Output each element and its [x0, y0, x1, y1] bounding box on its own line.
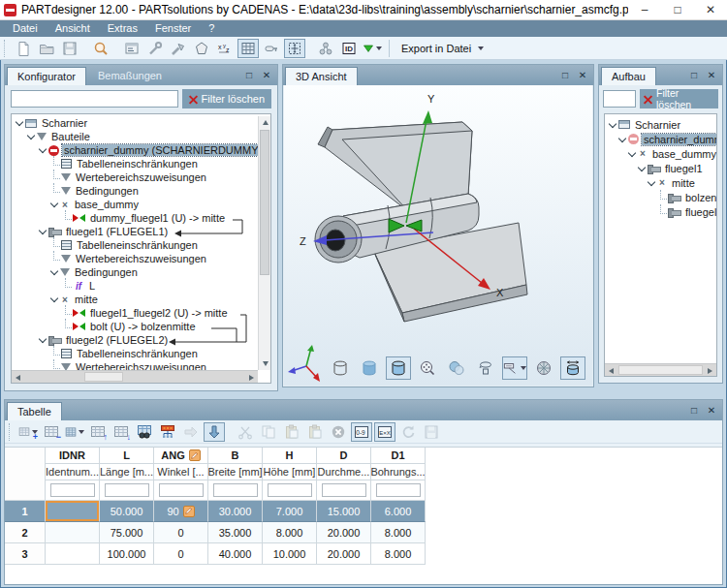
cell-r1-b[interactable]: 30.000: [208, 501, 263, 522]
cell-r2-idnr[interactable]: [46, 522, 100, 543]
tab-tabelle[interactable]: Tabelle: [7, 402, 62, 420]
scrollbar-thumb[interactable]: [618, 365, 703, 375]
panel-close-icon[interactable]: ✕: [704, 68, 719, 83]
menu-datei[interactable]: Datei: [4, 20, 47, 37]
tab-3d-ansicht[interactable]: 3D Ansicht: [285, 67, 358, 85]
variant-dropdown-icon[interactable]: [362, 39, 383, 58]
scroll-down-icon[interactable]: [259, 357, 271, 370]
tree-item-mitte[interactable]: ×mitte: [12, 293, 258, 306]
pencil-edit-icon[interactable]: [183, 506, 195, 517]
vertical-scrollbar[interactable]: [258, 116, 270, 370]
tree-item-bolt-u-bolzenmitte[interactable]: bolt (U) -> bolzenmitte: [12, 320, 258, 333]
search-icon[interactable]: [90, 39, 111, 58]
tree-item-tabelleneinschr-nkungen[interactable]: Tabelleneinschränkungen: [12, 347, 258, 360]
export-in-datei-button[interactable]: Export in Datei: [395, 41, 490, 56]
search-in-table-icon[interactable]: [134, 422, 155, 442]
row-header-2[interactable]: 2: [5, 522, 46, 543]
cell-r2-d[interactable]: 20.000: [317, 522, 371, 543]
wrench-icon[interactable]: [144, 39, 166, 58]
menu-[interactable]: ?: [200, 20, 223, 37]
maximize-button[interactable]: □: [661, 0, 694, 19]
remove-row-icon[interactable]: −: [41, 422, 62, 442]
caret-down-icon[interactable]: [617, 135, 627, 144]
expression-format-icon[interactable]: [374, 422, 395, 442]
save-icon[interactable]: [59, 39, 80, 58]
cell-r3-d[interactable]: 20.000: [317, 543, 371, 565]
tree-item-scharnier-dummy-scharnierdummy[interactable]: scharnier_dummy (SCHARNIERDUMMY): [12, 143, 258, 157]
menu-extras[interactable]: Extras: [99, 20, 146, 37]
filter-input-idnr[interactable]: [50, 483, 95, 497]
panel-maximize-icon[interactable]: □: [557, 68, 573, 83]
col-header-b[interactable]: B: [208, 448, 263, 464]
tree-item-fluegel2-fluegel2[interactable]: fluegel2 (FLUEGEL2): [12, 333, 258, 347]
tree-item-fluegel1-fluegel1[interactable]: fluegel1 (FLUEGEL1): [12, 225, 258, 238]
cell-r1-ang[interactable]: 90: [154, 501, 208, 522]
caret-down-icon[interactable]: [627, 149, 637, 159]
value-range-table-icon[interactable]: [157, 422, 178, 442]
col-header-d1[interactable]: D1: [371, 448, 426, 464]
panel-close-icon[interactable]: ✕: [259, 68, 274, 83]
filter-input-d1[interactable]: [376, 483, 421, 497]
row-header-1[interactable]: 1: [5, 501, 46, 522]
cell-r1-d1[interactable]: 6.000: [371, 501, 426, 522]
close-button[interactable]: ✕: [694, 0, 727, 19]
caret-down-icon[interactable]: [38, 227, 47, 236]
scroll-left-icon[interactable]: [12, 371, 24, 384]
col-header-idnr[interactable]: IDNR: [46, 448, 100, 464]
cell-r2-d1[interactable]: 8.000: [371, 522, 426, 543]
tree-item-base-dummy[interactable]: ×base_dummy: [605, 146, 716, 161]
tree-item-wertebereichszuweisungen[interactable]: Wertebereichszuweisungen: [12, 252, 258, 265]
horizontal-scrollbar[interactable]: [605, 363, 716, 376]
filter-input-l[interactable]: [105, 483, 149, 497]
new-file-icon[interactable]: [13, 39, 34, 58]
caret-down-icon[interactable]: [15, 118, 24, 128]
transparency-icon[interactable]: [444, 356, 469, 380]
panel-maximize-icon[interactable]: □: [686, 68, 702, 83]
tree-item-bedingungen[interactable]: Bedingungen: [12, 184, 258, 198]
caret-down-icon[interactable]: [647, 178, 656, 188]
menu-ansicht[interactable]: Ansicht: [47, 20, 99, 37]
filter-input-d[interactable]: [322, 483, 366, 497]
tree-item-bedingungen[interactable]: Bedingungen: [12, 265, 258, 279]
aufbau-filter-input[interactable]: [603, 90, 636, 108]
scrollbar-thumb[interactable]: [260, 130, 269, 275]
assembly-icon[interactable]: [315, 39, 336, 58]
scrollbar-thumb[interactable]: [84, 372, 123, 382]
rotate-view-icon[interactable]: [473, 356, 498, 380]
col-header-d[interactable]: D: [317, 448, 371, 464]
insert-row-below-icon[interactable]: ↓: [111, 422, 132, 442]
cell-r2-h[interactable]: 8.000: [263, 522, 317, 543]
annotation-icon[interactable]: [502, 356, 527, 380]
filter-loeschen-button[interactable]: Filter löschen: [182, 89, 271, 108]
caret-down-icon[interactable]: [637, 164, 647, 173]
panel-maximize-icon[interactable]: □: [686, 403, 702, 418]
scroll-right-icon[interactable]: [245, 371, 258, 384]
tree-item-fluegel2[interactable]: fluegel2: [605, 204, 716, 219]
tree-item-fluegel1[interactable]: fluegel1: [605, 161, 716, 175]
horizontal-scrollbar[interactable]: [12, 370, 258, 383]
shaded-view-icon[interactable]: [357, 356, 382, 380]
apply-down-icon[interactable]: [204, 422, 225, 442]
col-header-l[interactable]: L: [100, 448, 154, 464]
col-header-h[interactable]: H: [263, 448, 317, 464]
tab-konfigurator[interactable]: Konfigurator: [7, 67, 86, 85]
panel-close-icon[interactable]: ✕: [704, 403, 719, 418]
cell-r3-d1[interactable]: 8.000: [371, 543, 426, 565]
scroll-up-icon[interactable]: [259, 116, 271, 129]
sketch-icon[interactable]: [191, 39, 212, 58]
caret-down-icon[interactable]: [49, 294, 59, 304]
cell-r3-b[interactable]: 40.000: [208, 543, 263, 565]
cell-r3-idnr[interactable]: [46, 543, 100, 565]
caret-down-icon[interactable]: [38, 335, 47, 345]
filter-loeschen-button[interactable]: Filter löschen: [640, 89, 718, 108]
scroll-right-icon[interactable]: [704, 364, 716, 377]
cell-r3-l[interactable]: 100.000: [100, 543, 154, 565]
tree-item-l[interactable]: ifL: [12, 279, 258, 293]
minimize-button[interactable]: –: [628, 0, 661, 19]
col-header-ang[interactable]: ANG: [154, 448, 208, 464]
cell-r2-b[interactable]: 35.000: [208, 522, 263, 543]
tree-item-scharnier[interactable]: Scharnier: [605, 117, 716, 132]
tree-item-dummy-fluegel1-u-mitte[interactable]: dummy_fluegel1 (U) -> mitte: [12, 211, 258, 225]
add-row-icon[interactable]: +: [17, 422, 39, 442]
panel-maximize-icon[interactable]: □: [241, 68, 257, 83]
